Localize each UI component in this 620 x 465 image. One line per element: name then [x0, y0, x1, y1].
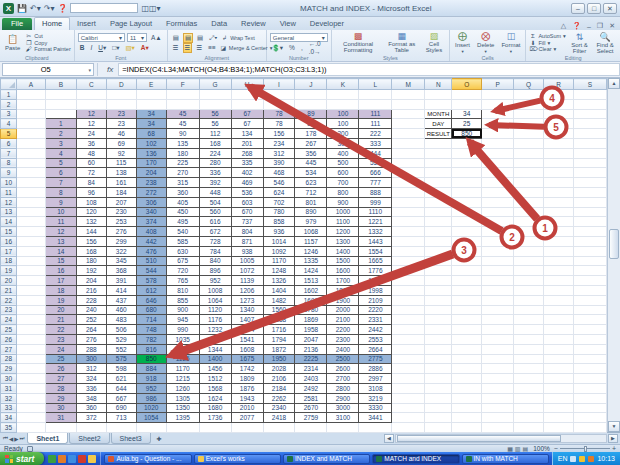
cell-O10[interactable] [452, 178, 482, 188]
cell-D31[interactable]: 644 [106, 383, 136, 393]
horizontal-scroll-thumb[interactable] [397, 435, 561, 442]
cell-L26[interactable]: 2553 [359, 334, 392, 344]
cell-P17[interactable] [482, 246, 514, 256]
cell-A28[interactable] [16, 354, 45, 364]
cell-G21[interactable]: 1008 [199, 285, 231, 295]
tab-developer[interactable]: Developer [303, 18, 351, 30]
cell-A30[interactable] [16, 374, 45, 384]
row-header-4[interactable]: 4 [1, 119, 17, 129]
cell-J28[interactable]: 2225 [295, 354, 327, 364]
cell-L16[interactable]: 1443 [359, 236, 392, 246]
cell-O14[interactable] [452, 217, 482, 227]
cell-E3[interactable]: 34 [136, 109, 166, 119]
cell-N24[interactable] [425, 315, 452, 325]
cell-Q13[interactable] [514, 207, 544, 217]
cell-B5[interactable]: 2 [45, 129, 76, 139]
cell-R7[interactable] [544, 148, 574, 158]
minimize-button[interactable]: – [571, 3, 585, 14]
column-header-F[interactable]: F [166, 79, 199, 90]
quicklaunch-icon-3[interactable] [68, 455, 76, 463]
cell-C5[interactable]: 24 [76, 129, 106, 139]
cell-G29[interactable]: 1456 [199, 364, 231, 374]
cell-D28[interactable]: 575 [106, 354, 136, 364]
macro-record-icon[interactable] [27, 446, 33, 452]
cell-F6[interactable]: 135 [166, 138, 199, 148]
cell-S35[interactable] [573, 423, 606, 433]
cell-S4[interactable] [573, 119, 606, 129]
cell-A11[interactable] [16, 187, 45, 197]
cell-A35[interactable] [16, 423, 45, 433]
cell-E31[interactable]: 952 [136, 383, 166, 393]
cell-L30[interactable]: 2997 [359, 374, 392, 384]
column-header-K[interactable]: K [327, 79, 359, 90]
cell-S27[interactable] [573, 344, 606, 354]
cell-K19[interactable]: 1600 [327, 266, 359, 276]
cell-P25[interactable] [482, 325, 514, 335]
cell-A33[interactable] [16, 403, 45, 413]
align-middle-icon[interactable]: ▤ [183, 33, 193, 43]
column-header-Q[interactable]: Q [514, 79, 544, 90]
cell-D26[interactable]: 529 [106, 334, 136, 344]
cell-A24[interactable] [16, 315, 45, 325]
cell-O4[interactable]: 25 [452, 119, 482, 129]
cell-O25[interactable] [452, 325, 482, 335]
cell-K29[interactable]: 2600 [327, 364, 359, 374]
cell-S30[interactable] [573, 374, 606, 384]
row-header-27[interactable]: 27 [1, 344, 17, 354]
cell-I24[interactable]: 1638 [263, 315, 295, 325]
cell-D14[interactable]: 253 [106, 217, 136, 227]
cell-F30[interactable]: 1215 [166, 374, 199, 384]
scroll-down-icon[interactable]: ▼ [608, 421, 620, 432]
cell-F8[interactable]: 225 [166, 158, 199, 168]
cell-O18[interactable] [452, 256, 482, 266]
cell-M26[interactable] [392, 334, 425, 344]
cell-P18[interactable] [482, 256, 514, 266]
cell-R3[interactable] [544, 109, 574, 119]
cell-G1[interactable] [199, 90, 231, 100]
row-header-5[interactable]: 5 [1, 129, 17, 139]
cell-M14[interactable] [392, 217, 425, 227]
cell-G28[interactable]: 1400 [199, 354, 231, 364]
cell-L10[interactable]: 777 [359, 178, 392, 188]
cell-J5[interactable]: 178 [295, 129, 327, 139]
cell-P28[interactable] [482, 354, 514, 364]
cell-M16[interactable] [392, 236, 425, 246]
cell-H35[interactable] [231, 423, 263, 433]
cell-I35[interactable] [263, 423, 295, 433]
cell-H27[interactable]: 1608 [231, 344, 263, 354]
cell-N12[interactable] [425, 197, 452, 207]
percent-icon[interactable]: % [287, 43, 297, 53]
row-header-11[interactable]: 11 [1, 187, 17, 197]
cell-Q31[interactable] [514, 383, 544, 393]
scroll-right-icon[interactable]: ▶ [608, 434, 618, 443]
row-header-19[interactable]: 19 [1, 266, 17, 276]
cell-K6[interactable]: 300 [327, 138, 359, 148]
cell-A26[interactable] [16, 334, 45, 344]
cell-K9[interactable]: 600 [327, 168, 359, 178]
cell-A8[interactable] [16, 158, 45, 168]
cell-H16[interactable]: 871 [231, 236, 263, 246]
row-header-31[interactable]: 31 [1, 383, 17, 393]
scroll-up-icon[interactable]: ▲ [608, 78, 620, 89]
cell-J17[interactable]: 1246 [295, 246, 327, 256]
cell-M11[interactable] [392, 187, 425, 197]
cell-Q10[interactable] [514, 178, 544, 188]
cell-J21[interactable]: 1602 [295, 285, 327, 295]
sheet-tab-sheet2[interactable]: Sheet2 [69, 433, 109, 444]
cell-S12[interactable] [573, 197, 606, 207]
cell-L27[interactable]: 2664 [359, 344, 392, 354]
cell-G25[interactable]: 1232 [199, 325, 231, 335]
cell-H28[interactable]: 1675 [231, 354, 263, 364]
cell-O2[interactable] [452, 99, 482, 109]
cell-A21[interactable] [16, 285, 45, 295]
clear-button[interactable]: ⌦Clear ▾ [529, 46, 565, 52]
cell-O20[interactable] [452, 276, 482, 286]
cell-M34[interactable] [392, 413, 425, 423]
cell-G6[interactable]: 168 [199, 138, 231, 148]
cell-F11[interactable]: 360 [166, 187, 199, 197]
undo-icon[interactable]: ↶▾ [30, 3, 41, 14]
cell-R1[interactable] [544, 90, 574, 100]
cell-Q23[interactable] [514, 305, 544, 315]
cell-B18[interactable]: 15 [45, 256, 76, 266]
row-header-34[interactable]: 34 [1, 413, 17, 423]
